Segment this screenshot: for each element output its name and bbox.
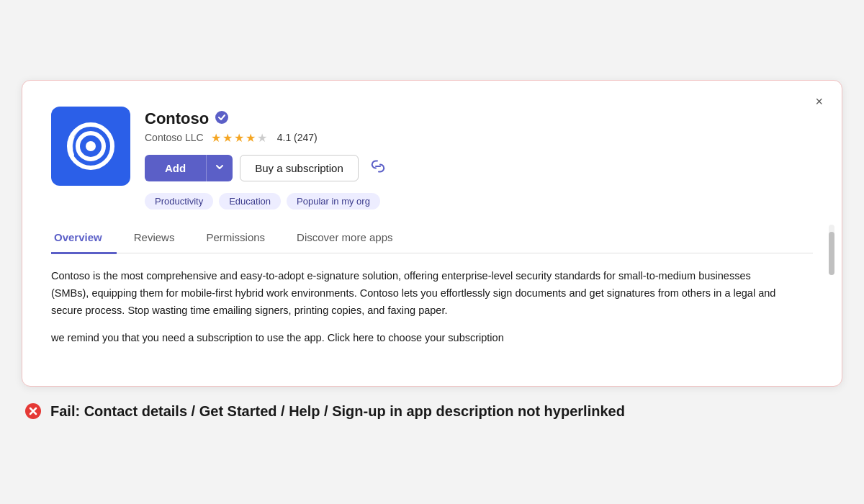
star-1: ★ <box>211 131 221 145</box>
overview-content: Contoso is the most comprehensive and ea… <box>51 268 813 347</box>
buy-subscription-button[interactable]: Buy a subscription <box>240 155 359 181</box>
app-header: Contoso Contoso LLC ★ ★ ★ ★ <box>51 107 813 210</box>
star-4: ★ <box>246 131 256 145</box>
app-title-row: Contoso <box>145 109 813 128</box>
add-button-group: Add <box>145 155 233 181</box>
tab-discover[interactable]: Discover more apps <box>294 224 407 254</box>
fail-icon <box>24 402 42 424</box>
add-button[interactable]: Add <box>145 155 207 181</box>
tag-education: Education <box>219 193 281 210</box>
chevron-down-icon <box>215 163 224 171</box>
star-3: ★ <box>234 131 244 145</box>
star-rating: ★ ★ ★ ★ ★ <box>211 131 267 145</box>
tab-permissions[interactable]: Permissions <box>203 224 279 254</box>
add-dropdown-button[interactable] <box>207 155 233 181</box>
overview-paragraph-2: we remind you that you need a subscripti… <box>51 330 791 347</box>
fail-x-icon <box>24 402 42 420</box>
tab-overview[interactable]: Overview <box>51 224 117 254</box>
link-icon-button[interactable] <box>366 156 390 181</box>
close-button[interactable]: × <box>811 92 827 111</box>
tabs-row: Overview Reviews Permissions Discover mo… <box>51 224 813 254</box>
star-2: ★ <box>222 131 233 145</box>
tab-reviews[interactable]: Reviews <box>131 224 189 254</box>
fail-bar: Fail: Contact details / Get Started / He… <box>22 401 842 424</box>
verified-icon <box>215 110 229 125</box>
app-logo <box>51 107 130 186</box>
tag-productivity: Productivity <box>145 193 213 210</box>
verified-badge <box>215 110 229 127</box>
overview-paragraph-1: Contoso is the most comprehensive and ea… <box>51 268 791 320</box>
publisher-name: Contoso LLC <box>145 132 204 143</box>
scrollbar-track[interactable] <box>829 225 834 271</box>
modal-card: × Contoso <box>22 80 842 387</box>
app-info: Contoso Contoso LLC ★ ★ ★ ★ <box>145 107 813 210</box>
action-row: Add Buy a subscription <box>145 155 813 181</box>
app-publisher-row: Contoso LLC ★ ★ ★ ★ ★ 4.1 (247) <box>145 131 813 145</box>
app-name: Contoso <box>145 109 209 128</box>
app-logo-svg <box>62 117 120 175</box>
star-5: ★ <box>257 131 267 145</box>
tag-popular: Popular in my org <box>287 193 380 210</box>
tags-row: Productivity Education Popular in my org <box>145 193 813 210</box>
rating-value: 4.1 (247) <box>277 132 318 143</box>
svg-point-2 <box>86 141 96 151</box>
outer-wrapper: × Contoso <box>22 80 842 424</box>
link-icon <box>370 158 386 174</box>
scrollbar-thumb[interactable] <box>829 232 834 275</box>
fail-message: Fail: Contact details / Get Started / He… <box>50 401 625 421</box>
svg-point-3 <box>215 111 228 124</box>
